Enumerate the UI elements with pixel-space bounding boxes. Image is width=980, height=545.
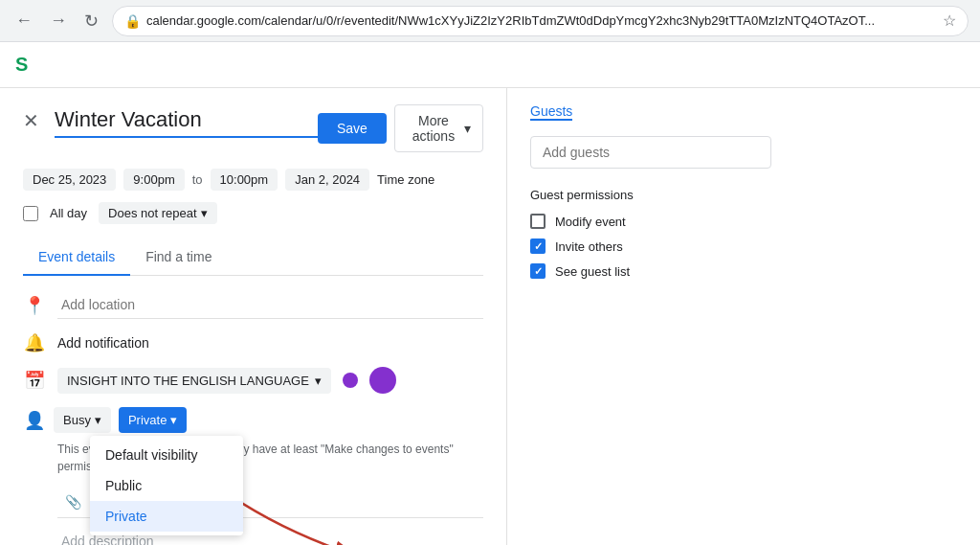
allday-label: All day	[50, 206, 87, 220]
allday-row: All day Does not repeat ▾	[23, 202, 483, 224]
guests-tab-label[interactable]: Guests	[530, 103, 572, 126]
permissions-title: Guest permissions	[530, 188, 771, 202]
invite-others-label: Invite others	[555, 239, 623, 254]
permission-row-guestlist: ✓ See guest list	[530, 263, 771, 279]
start-date-button[interactable]: Dec 25, 2023	[23, 169, 116, 191]
attach-button[interactable]: 📎	[61, 492, 85, 511]
calendar-arrow-icon: ▾	[315, 374, 322, 388]
datetime-row: Dec 25, 2023 9:00pm to 10:00pm Jan 2, 20…	[23, 169, 483, 191]
busy-arrow-icon: ▾	[95, 413, 101, 427]
notification-label[interactable]: Add notification	[57, 335, 149, 351]
notification-icon: 🔔	[23, 332, 46, 353]
main-content: ✕ Save More actions ▾ Dec 25, 2023 9:00p…	[0, 88, 980, 545]
calendar-selector[interactable]: INSIGHT INTO THE ENGLISH LANGUAGE ▾	[57, 368, 331, 394]
modify-event-checkbox[interactable]	[530, 214, 546, 229]
invite-others-checkbox[interactable]: ✓	[530, 238, 546, 254]
busy-label: Busy	[63, 413, 91, 427]
reload-button[interactable]: ↻	[80, 7, 102, 35]
tab-event-details[interactable]: Event details	[23, 239, 130, 276]
top-row: ✕ Save More actions ▾	[23, 103, 483, 153]
color-button[interactable]	[369, 367, 396, 394]
status-icon: 👤	[23, 410, 46, 431]
see-guestlist-label: See guest list	[555, 264, 630, 279]
add-guests-input[interactable]	[530, 136, 771, 169]
guests-tabs: Guests	[530, 103, 572, 121]
calendar-name: INSIGHT INTO THE ENGLISH LANGUAGE	[67, 374, 309, 388]
see-guestlist-checkbox[interactable]: ✓	[530, 263, 546, 279]
timezone-link[interactable]: Time zone	[377, 172, 434, 187]
dropdown-item-default[interactable]: Default visibility	[90, 440, 243, 470]
to-label: to	[192, 172, 203, 187]
save-button[interactable]: Save	[318, 113, 387, 144]
url-text: calendar.google.com/calendar/u/0/r/event…	[146, 13, 937, 28]
action-buttons: Save More actions ▾	[318, 104, 483, 152]
calendar-row: 📅 INSIGHT INTO THE ENGLISH LANGUAGE ▾	[23, 367, 483, 394]
bookmark-button[interactable]: ☆	[943, 11, 956, 30]
right-panel: Guests Guest permissions Modify event ✓ …	[507, 88, 794, 545]
left-panel: ✕ Save More actions ▾ Dec 25, 2023 9:00p…	[0, 88, 507, 545]
dropdown-item-public[interactable]: Public	[90, 470, 243, 501]
modify-event-label: Modify event	[555, 215, 626, 229]
event-header: ✕	[23, 103, 318, 138]
visibility-select[interactable]: Private ▾	[119, 407, 187, 433]
repeat-select[interactable]: Does not repeat ▾	[99, 202, 217, 224]
busy-select[interactable]: Busy ▾	[54, 407, 111, 433]
permission-row-modify: Modify event	[530, 214, 771, 229]
repeat-label: Does not repeat	[108, 206, 197, 220]
more-actions-button[interactable]: More actions ▾	[394, 104, 483, 152]
location-input[interactable]	[57, 291, 483, 319]
visibility-arrow-icon: ▾	[170, 413, 177, 427]
location-row: 📍	[23, 291, 483, 319]
dropdown-item-private[interactable]: Private	[90, 501, 243, 532]
close-button[interactable]: ✕	[23, 109, 39, 132]
forward-button[interactable]: →	[46, 7, 71, 34]
start-time-button[interactable]: 9:00pm	[123, 169, 184, 191]
event-title-input[interactable]	[55, 103, 318, 138]
tabs-row: Event details Find a time	[23, 239, 483, 276]
notification-row: 🔔 Add notification	[23, 332, 483, 353]
visibility-dropdown: Default visibility Public Private	[90, 436, 243, 535]
tab-find-time[interactable]: Find a time	[130, 239, 227, 276]
browser-bar: ← → ↻ 🔒 calendar.google.com/calendar/u/0…	[0, 0, 980, 42]
end-time-button[interactable]: 10:00pm	[211, 169, 278, 191]
more-actions-label: More actions	[407, 113, 460, 144]
status-row: 👤 Busy ▾ Private ▾ Default visibility Pu…	[23, 407, 483, 433]
repeat-arrow-icon: ▾	[201, 206, 208, 220]
back-button[interactable]: ←	[11, 7, 36, 34]
end-date-button[interactable]: Jan 2, 2024	[285, 169, 369, 191]
visibility-label: Private	[128, 413, 167, 427]
permission-row-invite: ✓ Invite others	[530, 238, 771, 254]
app-logo: S	[15, 54, 28, 76]
address-bar[interactable]: 🔒 calendar.google.com/calendar/u/0/r/eve…	[112, 6, 969, 36]
calendar-icon: 📅	[23, 370, 46, 391]
checkmark-icon: ✓	[534, 240, 543, 253]
allday-checkbox[interactable]	[23, 206, 38, 221]
calendar-color-dot	[343, 373, 358, 388]
location-icon: 📍	[23, 295, 46, 316]
more-actions-arrow-icon: ▾	[464, 121, 471, 136]
app-bar: S	[0, 42, 980, 88]
checkmark-icon-2: ✓	[534, 265, 543, 278]
